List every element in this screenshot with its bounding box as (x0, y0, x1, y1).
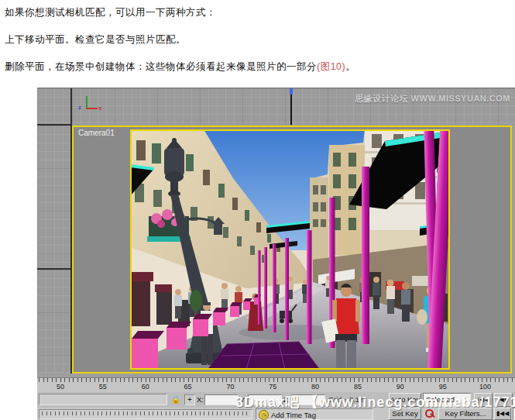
intro-line-3-period: 。 (345, 61, 355, 72)
add-time-tag-label: Add Time Tag (271, 411, 316, 419)
intro-line-3-text: 删除平面，在场景中创建物体：这些物体必须看起来像是照片的一部分 (5, 61, 317, 72)
viewport-right-margin (512, 126, 515, 374)
timeline-ruler[interactable]: 50556065707580859095100 (37, 377, 515, 394)
tutorial-page: 如果你想测试相机匹配，可以用一下两种方式： 上下移动平面。检查它是否与照片匹配。… (0, 0, 515, 420)
linecg-watermark: 3Dmax吧 【www.linecg.com/tieba/1771】 (235, 393, 515, 411)
timeline-tick-label: 70 (226, 383, 234, 391)
selected-vertex-marker (290, 88, 293, 95)
intro-line-1: 如果你想测试相机匹配，可以用一下两种方式： (5, 6, 216, 19)
timeline-tick-label: 100 (479, 383, 491, 391)
timeline-tick-label: 65 (184, 383, 192, 391)
timeline-tick-label: 75 (269, 383, 276, 391)
timeline-tick-label: 85 (354, 383, 362, 391)
axis-tripod-icon: zx (78, 95, 101, 118)
intro-line-2: 上下移动平面。检查它是否与照片匹配。 (5, 33, 186, 46)
intro-line-3: 删除平面，在场景中创建物体：这些物体必须看起来像是照片的一部分(图10)。 (5, 60, 355, 74)
viewport-top[interactable]: zx 思缘设计论坛 WWW.MISSYUAN.COM (72, 88, 515, 125)
camera-viewport[interactable]: Camera01 (72, 126, 512, 374)
timeline-tick-label: 60 (142, 383, 149, 391)
prompt-line (39, 394, 167, 405)
camera-background-photo (130, 129, 450, 370)
viewport-splitter-horizontal-2[interactable] (37, 124, 72, 126)
viewport-left-middle[interactable] (37, 126, 70, 268)
x-label: X: (197, 395, 204, 404)
camera-viewport-label[interactable]: Camera01 (78, 129, 115, 137)
x-coordinate-field[interactable] (204, 394, 239, 405)
missyuan-watermark: 思缘设计论坛 WWW.MISSYUAN.COM (355, 93, 510, 105)
figure-10-link[interactable]: (图10) (317, 61, 345, 72)
absolute-offset-mode-icon[interactable]: + (184, 394, 195, 405)
track-bar[interactable] (39, 409, 252, 419)
timeline-tick-label: 55 (99, 383, 107, 391)
timeline-tick-label: 90 (397, 383, 404, 391)
selection-lock-icon[interactable]: 🔒 (170, 394, 181, 405)
viewport-left-top[interactable] (37, 88, 70, 124)
3dsmax-screenshot: zx 思缘设计论坛 WWW.MISSYUAN.COM Camera01 (37, 88, 515, 420)
viewport-left-bottom[interactable] (37, 270, 70, 374)
timeline-tick-label: 80 (311, 383, 319, 391)
viewport-splitter-horizontal[interactable] (37, 268, 70, 270)
timeline-tick-label: 95 (439, 383, 447, 391)
timeline-tick-label: 50 (57, 383, 64, 391)
